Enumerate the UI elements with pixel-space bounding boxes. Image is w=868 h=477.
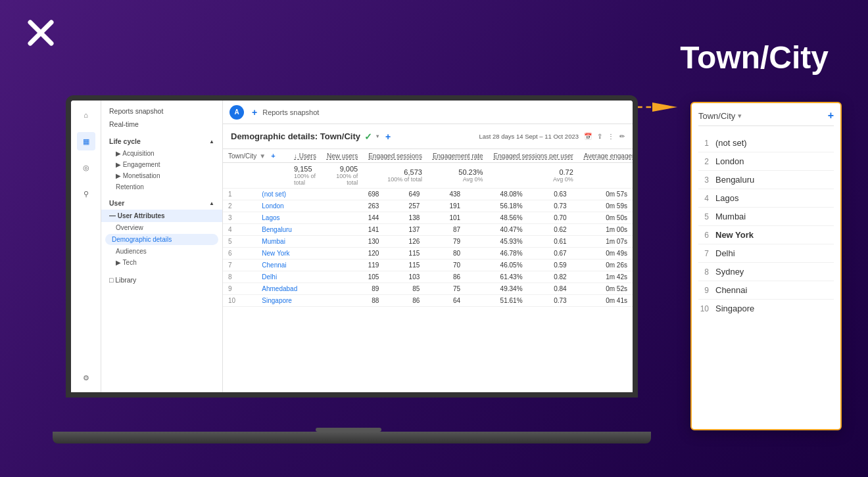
list-item[interactable]: 4 Lagos <box>698 189 834 208</box>
list-item[interactable]: 1 (not set) <box>698 134 834 152</box>
sidebar-item-engagement[interactable]: ▶ Engagement <box>101 159 222 170</box>
city-rank: 2 <box>698 157 709 166</box>
col-avg-time[interactable]: Average engagement time <box>579 149 633 163</box>
list-item[interactable]: 10 Singapore <box>698 300 834 317</box>
list-item[interactable]: 6 New York <box>698 226 834 244</box>
report-actions: Last 28 days 14 Sept – 11 Oct 2023 📅 ⇪ ⋮… <box>479 133 625 140</box>
report-title-dropdown[interactable]: ▾ <box>376 133 379 139</box>
town-city-col-label: Town/City <box>228 152 256 160</box>
sidebar-icon-search[interactable]: ⚲ <box>77 185 95 203</box>
calendar-icon[interactable]: 📅 <box>584 133 592 140</box>
report-add-button[interactable]: + <box>385 131 391 142</box>
more-icon[interactable]: ⋮ <box>608 133 614 140</box>
col-users[interactable]: ↓ Users <box>289 149 322 163</box>
report-header: Demographic details: Town/City ✓ ▾ + Las… <box>223 124 633 149</box>
table-row: 3 Lagos 144 138 101 48.56% 0.70 0m 50s <box>223 212 633 224</box>
city-rank: 4 <box>698 194 709 203</box>
right-panel-dropdown-icon[interactable]: ▾ <box>738 112 742 120</box>
city-rank: 8 <box>698 267 709 277</box>
filter-icon[interactable]: ▼ <box>259 152 266 160</box>
city-rank: 7 <box>698 249 709 258</box>
lifecycle-arrow: ▲ <box>209 139 214 145</box>
table-row: 8 Delhi 105 103 86 61.43% 0.82 1m 42s <box>223 271 633 283</box>
list-item[interactable]: 3 Bengaluru <box>698 171 834 189</box>
table-row: 6 New York 120 115 80 46.78% 0.67 0m 49s <box>223 248 633 260</box>
city-name: London <box>715 156 744 166</box>
sidebar-item-retention[interactable]: Retention <box>101 181 222 193</box>
reports-snapshot-link[interactable]: Reports snapshot <box>262 108 319 116</box>
city-rank: 10 <box>698 304 709 313</box>
laptop-screen: ⌂ ▦ ◎ ⚲ ⚙ Reports snapshot Real-time Lif… <box>66 95 638 398</box>
city-rank: 5 <box>698 212 709 221</box>
totals-rate: 50.23% Avg 0% <box>427 163 489 189</box>
laptop-base <box>53 432 651 443</box>
sidebar-section-user[interactable]: User ▲ <box>101 196 222 210</box>
sidebar-item-overview[interactable]: Overview <box>101 222 222 233</box>
logo <box>26 18 55 53</box>
edit-icon[interactable]: ✏ <box>619 133 625 140</box>
city-name: (not set) <box>715 138 747 148</box>
city-name: Bengaluru <box>715 175 754 185</box>
city-rank: 6 <box>698 231 709 240</box>
sidebar-icon-home[interactable]: ⌂ <box>77 106 95 124</box>
sidebar-item-reports-snapshot[interactable]: Reports snapshot <box>101 104 222 118</box>
sidebar-icon-explore[interactable]: ◎ <box>77 158 95 177</box>
city-name: Sydney <box>715 267 744 277</box>
add-col-button[interactable]: + <box>271 152 275 160</box>
totals-new-users: 9,005 100% of total <box>322 163 363 189</box>
table-totals-row: 9,155 100% of total 9,005 100% of total … <box>223 163 633 189</box>
right-panel-header: Town/City ▾ + <box>698 110 834 126</box>
table-row: 2 London 263 257 191 56.18% 0.73 0m 59s <box>223 200 633 212</box>
sidebar-section-lifecycle[interactable]: Life cycle ▲ <box>101 135 222 148</box>
table-header-row: Town/City ▼ + ↓ Users New users Engaged … <box>223 149 633 163</box>
city-name: Mumbai <box>715 212 746 221</box>
share-icon[interactable]: ⇪ <box>597 133 602 140</box>
totals-city <box>223 163 289 189</box>
city-name: Delhi <box>715 248 735 258</box>
logo-icon <box>26 18 55 47</box>
table-row: 5 Mumbai 130 126 79 45.93% 0.61 1m 07s <box>223 236 633 248</box>
list-item[interactable]: 9 Chennai <box>698 281 834 300</box>
col-new-users[interactable]: New users <box>322 149 363 163</box>
col-engaged-sessions[interactable]: Engaged sessions <box>363 149 427 163</box>
lifecycle-label: Life cycle <box>109 137 141 145</box>
add-button[interactable]: + <box>252 107 257 118</box>
svg-marker-4 <box>652 102 677 112</box>
sidebar-item-demographic[interactable]: Demographic details <box>105 234 218 245</box>
table-area: Town/City ▼ + ↓ Users New users Engaged … <box>223 149 633 392</box>
city-rank: 1 <box>698 139 709 148</box>
sidebar-item-monetisation[interactable]: ▶ Monetisation <box>101 170 222 181</box>
sidebar-item-audiences[interactable]: Audiences <box>101 246 222 257</box>
sidebar-item-realtime[interactable]: Real-time <box>101 118 222 131</box>
city-name: Lagos <box>715 193 738 203</box>
icon-sidebar: ⌂ ▦ ◎ ⚲ ⚙ <box>71 101 101 392</box>
totals-avg-time: 1m 06s Avg 0% <box>579 163 633 189</box>
report-title-area: Demographic details: Town/City ✓ ▾ + <box>231 131 391 142</box>
list-item[interactable]: 2 London <box>698 152 834 171</box>
top-bar: A + Reports snapshot <box>223 101 633 124</box>
sidebar-item-tech[interactable]: ▶ Tech <box>101 257 222 268</box>
table-row: 4 Bengaluru 141 137 87 40.47% 0.62 1m 00… <box>223 224 633 236</box>
sidebar-item-library[interactable]: □ Library <box>101 273 222 286</box>
sidebar-item-user-attributes[interactable]: — User Attributes <box>101 210 222 222</box>
city-name: Singapore <box>715 304 754 313</box>
sidebar-icon-settings[interactable]: ⚙ <box>77 369 95 387</box>
city-rank: 9 <box>698 286 709 295</box>
right-panel-add-button[interactable]: + <box>828 110 834 122</box>
city-name: Chennai <box>715 285 747 295</box>
list-item[interactable]: 8 Sydney <box>698 263 834 281</box>
col-engagement-rate[interactable]: Engagement rate <box>427 149 489 163</box>
table-row: 9 Ahmedabad 89 85 75 49.34% 0.84 0m 52s <box>223 283 633 295</box>
user-arrow: ▲ <box>209 200 214 206</box>
data-rows-table: 1 (not set) 698 649 438 48.08% 0.63 0m 5… <box>223 189 633 307</box>
sidebar-icon-analytics[interactable]: ▦ <box>77 132 95 150</box>
main-content: A + Reports snapshot Demographic details… <box>223 101 633 392</box>
col-sessions-per-user[interactable]: Engaged sessions per user <box>489 149 579 163</box>
sidebar-item-acquisition[interactable]: ▶ Acquisition <box>101 148 222 159</box>
totals-spu: 0.72 Avg 0% <box>489 163 579 189</box>
col-town-city[interactable]: Town/City ▼ + <box>223 149 289 163</box>
analytics-app: ⌂ ▦ ◎ ⚲ ⚙ Reports snapshot Real-time Lif… <box>71 101 633 392</box>
list-item[interactable]: 5 Mumbai <box>698 208 834 226</box>
date-range[interactable]: Last 28 days 14 Sept – 11 Oct 2023 <box>479 133 579 140</box>
list-item[interactable]: 7 Delhi <box>698 244 834 263</box>
